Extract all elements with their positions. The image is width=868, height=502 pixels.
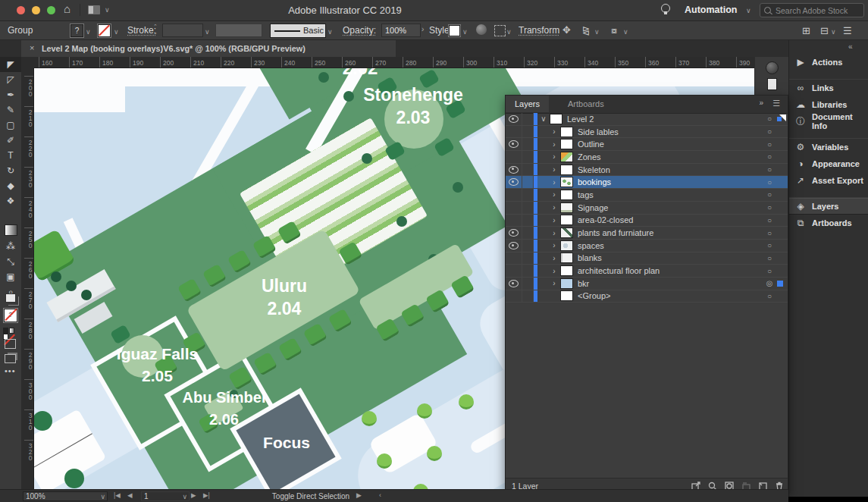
target-circle[interactable]: ◎	[762, 279, 777, 287]
dock-panel-button[interactable]: ◑ Appearance	[789, 155, 868, 172]
expand-chevron[interactable]: ›	[548, 140, 560, 149]
chevron-down-icon[interactable]: ∨	[506, 28, 512, 36]
layer-name[interactable]: bookings	[578, 177, 611, 187]
visibility-toggle[interactable]	[506, 215, 522, 227]
layer-row[interactable]: › tags ○	[506, 189, 788, 202]
layer-row[interactable]: <Group> ○	[506, 290, 788, 303]
visibility-toggle[interactable]	[506, 290, 522, 303]
lock-toggle[interactable]	[522, 126, 534, 138]
page-icon[interactable]	[767, 78, 777, 90]
lock-toggle[interactable]	[522, 151, 534, 163]
layer-name[interactable]: Outline	[578, 140, 604, 149]
chevron-left-icon[interactable]: ‹	[379, 491, 381, 499]
expand-chevron[interactable]: ›	[548, 165, 560, 174]
previous-artboard-icon[interactable]: ◀	[127, 491, 133, 499]
dock-panel-button[interactable]: ☁ Libraries	[789, 96, 868, 113]
fill-swatch[interactable]: ?	[71, 24, 83, 37]
paintbrush-tool[interactable]: ✐	[0, 133, 21, 148]
chevron-down-icon[interactable]: ∨	[114, 28, 119, 36]
target-circle[interactable]: ○	[762, 267, 777, 275]
stroke-weight-stepper[interactable]: ⌃⌄	[153, 24, 158, 36]
layer-name[interactable]: Skeleton	[578, 165, 610, 174]
document-arrangement-icon[interactable]	[88, 5, 100, 14]
lock-toggle[interactable]	[522, 138, 534, 150]
ruler-origin-corner[interactable]	[21, 57, 35, 69]
layer-name[interactable]: area-02-closed	[578, 215, 633, 224]
dock-panel-button[interactable]: ∞ Links	[789, 79, 868, 96]
home-icon[interactable]: ⌂	[64, 2, 71, 15]
target-circle[interactable]: ○	[762, 203, 777, 212]
visibility-toggle[interactable]	[506, 138, 522, 150]
target-circle[interactable]: ○	[762, 216, 777, 224]
layer-thumbnail[interactable]	[560, 165, 573, 175]
layer-row[interactable]: › Zones ○	[506, 151, 788, 164]
visibility-toggle[interactable]	[506, 189, 522, 201]
target-circle[interactable]: ○	[762, 165, 777, 174]
color-mode-row[interactable]	[3, 328, 18, 333]
layer-thumbnail[interactable]	[560, 127, 573, 137]
lock-toggle[interactable]	[522, 215, 534, 227]
layer-thumbnail[interactable]	[560, 190, 573, 200]
layer-thumbnail[interactable]	[560, 177, 573, 187]
layer-thumbnail[interactable]	[560, 202, 573, 213]
layer-thumbnail[interactable]	[560, 240, 573, 251]
chevron-down-icon[interactable]: ∨	[594, 28, 600, 36]
fill-color-well[interactable]: ?	[4, 309, 17, 322]
selection-tool[interactable]: ◤	[0, 57, 21, 72]
panel-menu-icon[interactable]: ☰	[772, 99, 780, 108]
layer-row[interactable]: › Outline ○	[506, 138, 788, 151]
document-tab[interactable]: × Level 2 Map (booking overlays)V6.svg* …	[21, 40, 396, 57]
visibility-toggle[interactable]	[506, 265, 522, 277]
expand-chevron[interactable]: ›	[548, 279, 560, 287]
layer-name[interactable]: plants and furniature	[578, 228, 653, 237]
layer-name[interactable]: spaces	[578, 241, 604, 250]
pen-tool[interactable]: ✒	[0, 87, 21, 102]
lock-toggle[interactable]	[522, 113, 534, 125]
tab-layers[interactable]: Layers	[506, 96, 549, 112]
layer-thumbnail[interactable]	[560, 278, 573, 289]
chevron-down-icon[interactable]: ∨	[205, 28, 210, 36]
visibility-toggle[interactable]	[506, 151, 522, 163]
expand-chevron[interactable]: ›	[548, 152, 560, 161]
screen-mode-icon[interactable]	[5, 354, 16, 363]
workspace-grid-icon[interactable]: ⊞	[802, 25, 810, 36]
direct-selection-tool[interactable]: ◸	[0, 72, 21, 87]
chevron-right-icon[interactable]: ›	[421, 25, 424, 33]
layer-row[interactable]: › bookings ○	[506, 176, 788, 189]
globe-icon[interactable]	[476, 24, 487, 35]
lock-toggle[interactable]	[522, 164, 534, 176]
artboard-number-dropdown[interactable]: 1 ∨	[141, 491, 190, 501]
transform-link[interactable]: Transform	[519, 25, 559, 36]
collapse-panel-icon[interactable]: »	[759, 99, 763, 107]
sphere-icon[interactable]	[766, 61, 779, 74]
layer-row[interactable]: › Side lables ○	[506, 126, 788, 139]
expand-chevron[interactable]: ›	[548, 178, 560, 187]
visibility-toggle[interactable]	[506, 253, 522, 265]
layer-row[interactable]: › architectural floor plan ○	[506, 265, 788, 278]
layer-name[interactable]: <Group>	[578, 291, 610, 300]
expand-chevron[interactable]: ›	[548, 216, 560, 224]
lightbulb-icon[interactable]	[661, 4, 670, 13]
close-tab-icon[interactable]: ×	[30, 43, 34, 52]
lock-toggle[interactable]	[522, 253, 534, 265]
eraser-tool[interactable]: ◆	[0, 178, 21, 193]
visibility-toggle[interactable]	[506, 202, 522, 214]
mini-fill-stroke-icon[interactable]	[5, 293, 16, 303]
visibility-toggle[interactable]	[506, 227, 522, 239]
brush-definition-dropdown[interactable]: Basic	[270, 24, 326, 38]
layer-name[interactable]: Signage	[578, 203, 608, 212]
chevron-down-icon[interactable]: ∨	[746, 7, 751, 14]
curvature-tool[interactable]: ✎	[0, 102, 21, 118]
layer-thumbnail[interactable]	[550, 114, 562, 124]
target-circle[interactable]: ○	[762, 152, 777, 161]
layer-row[interactable]: › area-02-closed ○	[506, 215, 788, 227]
chevron-down-icon[interactable]: ∨	[327, 28, 333, 36]
expand-panels-icon[interactable]: «	[848, 42, 853, 51]
last-artboard-icon[interactable]: ▶|	[203, 491, 210, 499]
expand-chevron[interactable]: ›	[548, 241, 560, 249]
layer-row[interactable]: › plants and furniature ○	[506, 227, 788, 240]
gradient-swatch[interactable]	[9, 328, 14, 334]
target-circle[interactable]: ○	[762, 178, 777, 187]
symbol-sprayer-tool[interactable]: ⁂	[0, 239, 21, 254]
layer-thumbnail[interactable]	[560, 152, 573, 162]
